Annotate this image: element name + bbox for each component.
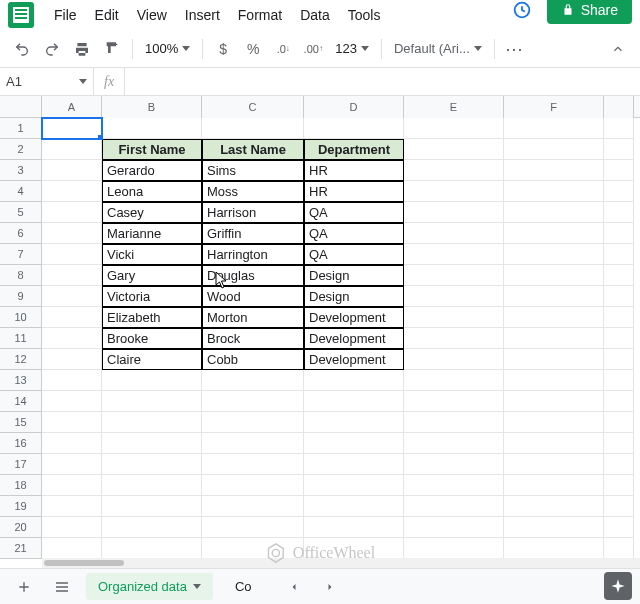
cell[interactable]: [202, 517, 304, 538]
cell[interactable]: [404, 412, 504, 433]
menu-file[interactable]: File: [46, 3, 85, 27]
cell[interactable]: [604, 139, 634, 160]
cell[interactable]: QA: [304, 223, 404, 244]
cell[interactable]: Cobb: [202, 349, 304, 370]
cell[interactable]: [42, 433, 102, 454]
cell[interactable]: [604, 181, 634, 202]
cell[interactable]: [202, 391, 304, 412]
more-toolbar-button[interactable]: ⋯: [501, 35, 529, 63]
cell[interactable]: [604, 244, 634, 265]
cell[interactable]: Gary: [102, 265, 202, 286]
cell[interactable]: [202, 433, 304, 454]
menu-edit[interactable]: Edit: [87, 3, 127, 27]
cell[interactable]: [42, 181, 102, 202]
select-all-corner[interactable]: [0, 96, 42, 118]
print-button[interactable]: [68, 35, 96, 63]
cell[interactable]: [504, 160, 604, 181]
cell[interactable]: [42, 160, 102, 181]
cell[interactable]: [504, 139, 604, 160]
cell[interactable]: [604, 307, 634, 328]
explore-button[interactable]: [604, 572, 632, 600]
cell[interactable]: [42, 538, 102, 559]
cell[interactable]: [404, 181, 504, 202]
cell[interactable]: Harrison: [202, 202, 304, 223]
cell[interactable]: [404, 160, 504, 181]
cell[interactable]: [604, 475, 634, 496]
row-header[interactable]: 8: [0, 265, 42, 286]
cell[interactable]: HR: [304, 181, 404, 202]
cell[interactable]: [304, 496, 404, 517]
row-header[interactable]: 12: [0, 349, 42, 370]
horizontal-scrollbar[interactable]: [42, 558, 640, 568]
cell[interactable]: [42, 412, 102, 433]
cell[interactable]: [404, 538, 504, 559]
cell[interactable]: [504, 223, 604, 244]
cell[interactable]: [304, 118, 404, 139]
spreadsheet-grid[interactable]: A B C D E F 12First NameLast NameDepartm…: [0, 96, 640, 568]
cell[interactable]: [202, 118, 304, 139]
cell[interactable]: [404, 391, 504, 412]
cell[interactable]: QA: [304, 202, 404, 223]
cell[interactable]: Wood: [202, 286, 304, 307]
row-header[interactable]: 17: [0, 454, 42, 475]
cell[interactable]: Design: [304, 286, 404, 307]
collapse-toolbar-button[interactable]: [604, 35, 632, 63]
cell[interactable]: Marianne: [102, 223, 202, 244]
cell[interactable]: First Name: [102, 139, 202, 160]
cell[interactable]: [404, 454, 504, 475]
row-header[interactable]: 10: [0, 307, 42, 328]
cell[interactable]: [504, 433, 604, 454]
cell[interactable]: [504, 391, 604, 412]
cell[interactable]: [42, 496, 102, 517]
cell[interactable]: [202, 475, 304, 496]
row-header[interactable]: 13: [0, 370, 42, 391]
col-header[interactable]: A: [42, 96, 102, 118]
share-button[interactable]: Share: [547, 0, 632, 24]
row-header[interactable]: 1: [0, 118, 42, 139]
cell[interactable]: [504, 517, 604, 538]
cell[interactable]: [504, 307, 604, 328]
cell[interactable]: [102, 118, 202, 139]
row-header[interactable]: 14: [0, 391, 42, 412]
col-header[interactable]: B: [102, 96, 202, 118]
cell[interactable]: Development: [304, 328, 404, 349]
cell[interactable]: [404, 202, 504, 223]
row-header[interactable]: 2: [0, 139, 42, 160]
row-header[interactable]: 20: [0, 517, 42, 538]
increase-decimal-button[interactable]: .00↑: [299, 35, 327, 63]
cell[interactable]: [42, 265, 102, 286]
cell[interactable]: [304, 370, 404, 391]
cell[interactable]: [504, 286, 604, 307]
add-sheet-button[interactable]: [10, 573, 38, 601]
cell[interactable]: [42, 517, 102, 538]
sheet-tab-active[interactable]: Organized data: [86, 573, 213, 600]
cell[interactable]: [404, 286, 504, 307]
cell[interactable]: [202, 412, 304, 433]
menu-data[interactable]: Data: [292, 3, 338, 27]
cell[interactable]: [504, 412, 604, 433]
redo-button[interactable]: [38, 35, 66, 63]
menu-format[interactable]: Format: [230, 3, 290, 27]
cell[interactable]: [604, 265, 634, 286]
sheets-logo[interactable]: [8, 2, 34, 28]
row-header[interactable]: 11: [0, 328, 42, 349]
cell[interactable]: [42, 454, 102, 475]
cell[interactable]: [42, 370, 102, 391]
cell[interactable]: [42, 391, 102, 412]
row-header[interactable]: 9: [0, 286, 42, 307]
cell[interactable]: Morton: [202, 307, 304, 328]
all-sheets-button[interactable]: [48, 573, 76, 601]
cell[interactable]: [604, 286, 634, 307]
cell[interactable]: [604, 433, 634, 454]
col-header[interactable]: [604, 96, 634, 118]
cell[interactable]: [42, 244, 102, 265]
cell[interactable]: Development: [304, 307, 404, 328]
cell[interactable]: [604, 391, 634, 412]
row-header[interactable]: 6: [0, 223, 42, 244]
cell[interactable]: [42, 118, 102, 139]
cell[interactable]: [42, 139, 102, 160]
cell[interactable]: [404, 328, 504, 349]
menu-view[interactable]: View: [129, 3, 175, 27]
cell[interactable]: [102, 538, 202, 559]
cell[interactable]: [604, 370, 634, 391]
